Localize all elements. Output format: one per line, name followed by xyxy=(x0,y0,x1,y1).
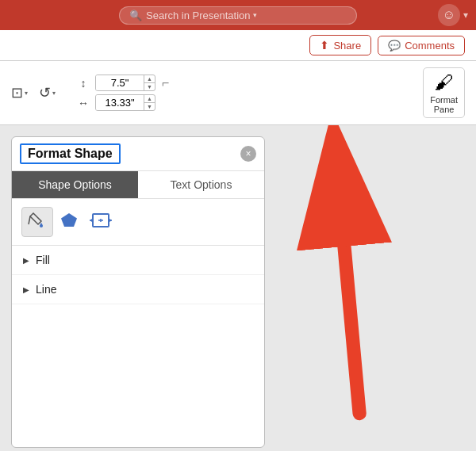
top-right-controls: ☺ ▾ xyxy=(438,4,468,26)
slide-size-icon: ⊡ xyxy=(11,84,23,101)
share-button[interactable]: ⬆ Share xyxy=(309,35,371,55)
height-spinner[interactable]: ▲ ▼ xyxy=(144,75,155,90)
comments-label: Comments xyxy=(405,40,455,52)
svg-marker-7 xyxy=(109,219,112,222)
height-up-icon[interactable]: ▲ xyxy=(144,75,155,83)
top-bar: 🔍 Search in Presentation ▾ ☺ ▾ xyxy=(0,0,476,30)
line-section[interactable]: ▶ Line xyxy=(12,275,264,304)
svg-line-9 xyxy=(344,247,359,414)
width-up-icon[interactable]: ▲ xyxy=(144,95,155,103)
share-icon: ⬆ xyxy=(320,39,329,52)
main-area: Format Shape × Shape Options Text Option… xyxy=(0,125,476,451)
height-input[interactable] xyxy=(96,75,144,90)
width-spinner[interactable]: ▲ ▼ xyxy=(144,95,155,110)
comments-icon: 💬 xyxy=(388,40,401,52)
width-icon: ↔ xyxy=(75,97,92,109)
close-icon: × xyxy=(245,148,251,159)
pane-header: Format Shape × xyxy=(12,137,264,171)
width-input[interactable] xyxy=(96,95,144,110)
width-input-wrap[interactable]: ▲ ▼ xyxy=(95,94,155,111)
pane-title: Format Shape xyxy=(20,143,121,164)
fill-line-subtab-button[interactable] xyxy=(21,207,53,237)
pane-close-button[interactable]: × xyxy=(240,146,256,162)
size-properties-subtab-button[interactable] xyxy=(85,207,117,237)
corner-icon: ⌐ xyxy=(162,76,169,90)
paint-bucket-icon xyxy=(28,211,47,234)
fill-label: Fill xyxy=(36,254,50,266)
ribbon-left-icons: ⊡ ▾ ↺ ▾ xyxy=(11,84,56,101)
fill-section[interactable]: ▶ Fill xyxy=(12,246,264,275)
rotate-icon: ↺ xyxy=(39,84,51,101)
search-icon: 🔍 xyxy=(129,10,142,21)
share-label: Share xyxy=(333,40,361,52)
fill-arrow-icon: ▶ xyxy=(23,256,29,265)
height-row: ↕ ▲ ▼ ⌐ xyxy=(75,75,169,91)
pentagon-icon xyxy=(60,211,79,234)
slide-size-caret: ▾ xyxy=(25,90,28,97)
search-chevron-icon: ▾ xyxy=(253,11,257,19)
tab-text-options-label: Text Options xyxy=(171,178,232,191)
subtab-icons xyxy=(12,199,264,246)
format-pane-button[interactable]: 🖌 FormatPane xyxy=(423,67,465,118)
height-input-wrap[interactable]: ▲ ▼ xyxy=(95,75,155,91)
toolbar-row: ⬆ Share 💬 Comments xyxy=(0,30,476,61)
tab-shape-options-label: Shape Options xyxy=(38,178,112,191)
format-shape-pane: Format Shape × Shape Options Text Option… xyxy=(11,136,265,448)
account-icon[interactable]: ☺ xyxy=(438,4,460,26)
comments-button[interactable]: 💬 Comments xyxy=(378,36,465,55)
line-label: Line xyxy=(36,283,56,296)
slide-size-icon-group[interactable]: ⊡ ▾ xyxy=(11,84,28,101)
tab-text-options[interactable]: Text Options xyxy=(138,171,264,198)
width-row: ↔ ▲ ▼ xyxy=(75,94,169,111)
width-down-icon[interactable]: ▼ xyxy=(144,103,155,110)
account-chevron-icon[interactable]: ▾ xyxy=(463,10,468,21)
height-down-icon[interactable]: ▼ xyxy=(144,83,155,90)
svg-marker-0 xyxy=(61,213,77,227)
rotate-caret: ▾ xyxy=(52,90,56,97)
effects-subtab-button[interactable] xyxy=(53,207,85,237)
rotate-icon-group[interactable]: ↺ ▾ xyxy=(39,84,56,101)
ribbon: ⊡ ▾ ↺ ▾ ↕ ▲ ▼ ⌐ ↔ ▲ xyxy=(0,61,476,125)
size-inputs: ↕ ▲ ▼ ⌐ ↔ ▲ ▼ xyxy=(75,75,169,111)
resize-icon xyxy=(90,211,112,234)
search-text: Search in Presentation xyxy=(146,10,251,21)
pane-tabs: Shape Options Text Options xyxy=(12,171,264,199)
height-icon: ↕ xyxy=(75,77,92,90)
format-pane-label: FormatPane xyxy=(430,95,458,114)
search-bar[interactable]: 🔍 Search in Presentation ▾ xyxy=(119,6,357,25)
svg-marker-5 xyxy=(90,219,92,222)
format-pane-icon: 🖌 xyxy=(435,71,454,94)
line-arrow-icon: ▶ xyxy=(23,285,29,294)
tab-shape-options[interactable]: Shape Options xyxy=(12,171,138,198)
